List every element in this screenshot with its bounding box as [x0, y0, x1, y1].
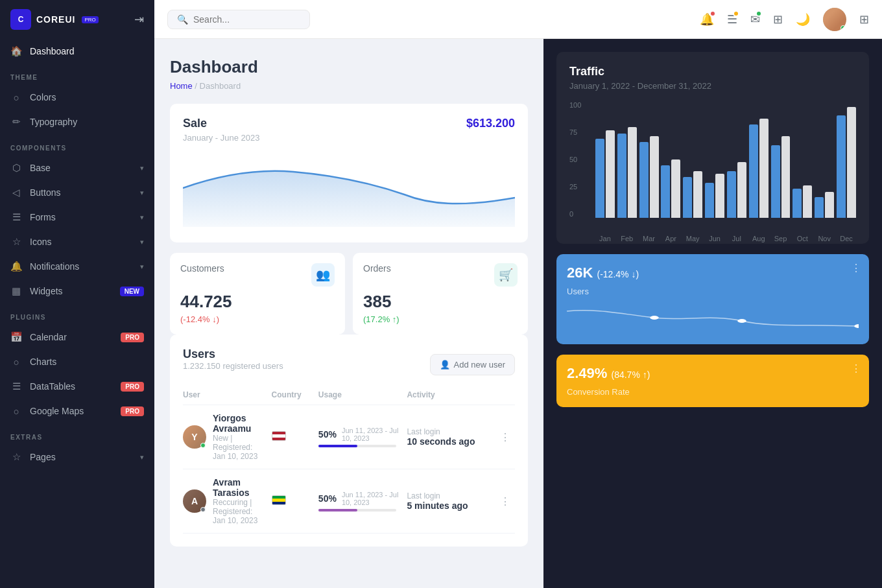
bar-blue: [771, 145, 780, 218]
forms-icon: ☰: [10, 211, 22, 223]
page-title: Dashboard: [170, 57, 528, 77]
more-options-icon[interactable]: ⋮: [851, 262, 861, 274]
orders-card: Orders 🛒 385 (17.2% ↑): [353, 253, 528, 335]
user-avatar: Y: [183, 425, 206, 449]
sidebar-item-colors[interactable]: ○ Colors: [0, 85, 154, 110]
calendar-icon: 📅: [10, 331, 22, 343]
sidebar-item-label: Typography: [30, 117, 77, 127]
sidebar-item-dashboard[interactable]: 🏠 Dashboard: [0, 39, 154, 64]
users-stat-card: ⋮ 26K (-12.4% ↓) Users: [556, 254, 869, 344]
customers-label: Customers: [180, 263, 224, 274]
search-icon: 🔍: [177, 14, 188, 25]
more-options-icon[interactable]: ⋮: [851, 362, 861, 375]
table-header: User Country Usage Activity: [183, 385, 515, 405]
pro-badge: PRO: [121, 406, 144, 416]
sidebar-item-label: Pages: [30, 452, 56, 462]
translate-icon[interactable]: ⊞: [773, 12, 783, 27]
user-name: Avram Tarasios: [213, 477, 267, 498]
svg-point-2: [854, 324, 859, 328]
bar-blue: [705, 183, 714, 218]
sidebar-item-charts[interactable]: ○ Charts: [0, 349, 154, 374]
traffic-card: Traffic January 1, 2022 - December 31, 2…: [556, 52, 869, 244]
bar-group: [661, 159, 680, 218]
sidebar-item-icons[interactable]: ☆ Icons ▾: [0, 229, 154, 254]
y-axis: 100 75 50 25 0: [569, 101, 581, 218]
sidebar-item-buttons[interactable]: ◁ Buttons ▾: [0, 180, 154, 205]
usage-fill: [318, 509, 357, 512]
bar-white: [693, 171, 702, 218]
users-stat-value: 26K (-12.4% ↓): [567, 265, 859, 281]
bar-white: [737, 162, 746, 218]
orders-icon: 🛒: [499, 268, 513, 282]
sidebar-item-notifications[interactable]: 🔔 Notifications ▾: [0, 254, 154, 279]
chevron-down-icon: ▾: [140, 453, 144, 462]
orders-value: 385: [363, 292, 518, 312]
bar-blue: [639, 142, 649, 218]
orders-label: Orders: [363, 263, 391, 274]
header: 🔍 🔔 ☰ ✉ ⊞ 🌙 ⊞: [154, 0, 882, 39]
user-status-dot: [200, 507, 206, 512]
notifications-bell-icon[interactable]: 🔔: [700, 12, 714, 27]
sidebar-item-calendar[interactable]: 📅 Calendar PRO: [0, 325, 154, 349]
add-user-icon: 👤: [440, 360, 450, 370]
bar-blue: [683, 177, 692, 218]
more-options-icon[interactable]: ⋮: [495, 431, 515, 443]
sidebar-item-label: Colors: [30, 92, 56, 102]
darkmode-icon[interactable]: 🌙: [796, 12, 810, 27]
sale-card: Sale $613.200 January - June 2023: [170, 104, 528, 242]
bar-group: [705, 174, 724, 218]
bar-chart-inner: [569, 101, 856, 218]
apps-grid-icon[interactable]: ⊞: [859, 12, 869, 27]
chevron-down-icon: ▾: [140, 213, 144, 222]
sidebar-item-pages[interactable]: ☆ Pages ▾: [0, 445, 154, 469]
logo-pro-badge: PRO: [82, 16, 98, 23]
bar-white: [671, 159, 680, 218]
bar-month-label: Jan: [595, 235, 615, 242]
avatar[interactable]: [823, 8, 846, 31]
bar-blue: [727, 171, 736, 218]
customers-value: 44.725: [180, 292, 335, 312]
pages-icon: ☆: [10, 451, 22, 463]
sidebar-item-forms[interactable]: ☰ Forms ▾: [0, 205, 154, 229]
sidebar-item-typography[interactable]: ✏ Typography: [0, 110, 154, 134]
dashboard-icon: 🏠: [10, 45, 22, 57]
typography-icon: ✏: [10, 116, 22, 128]
sidebar-item-widgets[interactable]: ▦ Widgets NEW: [0, 279, 154, 303]
user-info: Y Yiorgos Avraamu New | Registered: Jan …: [183, 413, 267, 461]
usage-bar: [318, 509, 396, 512]
tasks-icon[interactable]: ☰: [727, 12, 737, 27]
usage-period: Jun 11, 2023 - Jul 10, 2023: [342, 491, 402, 506]
add-user-button[interactable]: 👤 Add new user: [430, 354, 516, 375]
bar-month-label: Dec: [837, 235, 856, 242]
bar-blue: [617, 134, 626, 218]
sidebar-toggle-button[interactable]: ⇥: [134, 12, 144, 27]
activity-label: Last login: [407, 491, 490, 500]
task-dot: [733, 10, 739, 17]
svg-point-0: [650, 316, 659, 320]
sidebar-item-googlemaps[interactable]: ○ Google Maps PRO: [0, 399, 154, 423]
sidebar: C COREUI PRO ⇥ 🏠 Dashboard THEME ○ Color…: [0, 0, 154, 588]
orders-change: (17.2% ↑): [363, 314, 518, 324]
user-avatar: A: [183, 489, 206, 513]
bar-month-label: Apr: [661, 235, 680, 242]
logo-text: COREUI: [36, 14, 75, 25]
user-info: A Avram Tarasios Reccuring | Registered:…: [183, 477, 267, 525]
customers-change: (-12.4% ↓): [180, 314, 335, 324]
messages-icon[interactable]: ✉: [750, 12, 760, 27]
search-input[interactable]: [193, 14, 297, 25]
bar-month-label: Jun: [705, 235, 724, 242]
more-options-icon[interactable]: ⋮: [495, 495, 515, 508]
breadcrumb-home-link[interactable]: Home: [170, 81, 193, 91]
sidebar-item-datatables[interactable]: ☰ DataTables PRO: [0, 374, 154, 399]
bar-group: [815, 192, 834, 218]
sidebar-item-label: Widgets: [30, 286, 63, 296]
light-panel: Dashboard Home / Dashboard Sale $613.200…: [154, 39, 543, 588]
customers-card: Customers 👥 44.725 (-12.4% ↓): [170, 253, 345, 335]
chevron-down-icon: ▾: [140, 189, 144, 197]
search-box[interactable]: 🔍: [167, 10, 310, 29]
base-icon: ⬡: [10, 162, 22, 174]
sidebar-item-label: Forms: [30, 212, 56, 222]
sidebar-item-base[interactable]: ⬡ Base ▾: [0, 156, 154, 180]
activity-time: 5 minutes ago: [407, 500, 490, 511]
sidebar-item-label: Dashboard: [30, 46, 75, 56]
